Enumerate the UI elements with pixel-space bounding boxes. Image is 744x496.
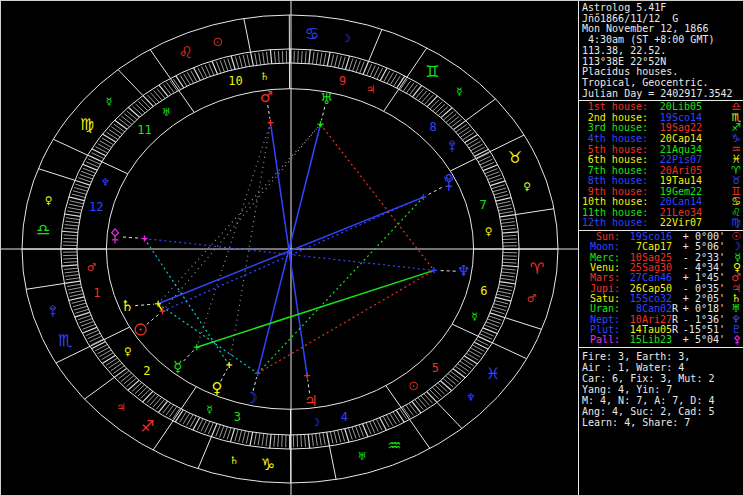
degree-tick bbox=[359, 425, 364, 437]
degree-tick bbox=[502, 265, 518, 266]
degree-tick bbox=[282, 435, 283, 447]
degree-tick bbox=[412, 402, 421, 414]
house-number-12: 12 bbox=[89, 200, 103, 214]
degree-tick bbox=[65, 221, 79, 223]
degree-tick bbox=[449, 117, 459, 125]
degree-tick bbox=[427, 392, 437, 403]
house-ruler-glyph-uranus: ♅ bbox=[162, 106, 171, 118]
degree-tick bbox=[223, 427, 227, 439]
degree-tick bbox=[115, 120, 127, 129]
degree-tick bbox=[64, 235, 78, 236]
sign-boundary-line bbox=[26, 283, 64, 289]
degree-tick bbox=[65, 225, 79, 227]
degree-tick bbox=[438, 383, 448, 392]
degree-tick bbox=[62, 265, 78, 266]
retrograde-flag: R bbox=[672, 325, 679, 335]
degree-tick bbox=[464, 356, 477, 364]
degree-tick bbox=[68, 287, 82, 290]
degree-tick bbox=[316, 52, 318, 64]
zodiac-sign-glyph-taurus: ♉ bbox=[508, 148, 522, 167]
planet-glyph-saturn: ♄ bbox=[120, 297, 133, 315]
degree-tick bbox=[79, 318, 92, 323]
degree-tick bbox=[492, 185, 505, 189]
degree-tick bbox=[114, 368, 126, 377]
house-ruler-glyph-moon: ☽ bbox=[311, 416, 320, 428]
degree-tick bbox=[465, 134, 478, 142]
degree-tick bbox=[458, 364, 469, 372]
aspect-line-mercury-neptune bbox=[197, 270, 434, 347]
house-number-5: 5 bbox=[432, 361, 439, 375]
house-number-2: 2 bbox=[143, 364, 150, 378]
degree-tick bbox=[74, 306, 87, 310]
degree-tick bbox=[500, 278, 514, 280]
degree-tick bbox=[403, 81, 410, 91]
degree-tick bbox=[324, 53, 326, 65]
house-number-7: 7 bbox=[480, 198, 487, 212]
degree-tick bbox=[424, 394, 433, 403]
degree-tick bbox=[380, 418, 387, 431]
degree-tick bbox=[502, 225, 516, 226]
natal-chart-wheel: ♈♂♉♀♊☿♋☽♌♍☿♎♀♏♐♃♑♄♒♅♓♆1♂2♀3☿4☽56☿7♀89♃10… bbox=[1, 1, 578, 496]
degree-tick bbox=[501, 275, 515, 277]
degree-tick bbox=[440, 381, 451, 391]
degree-tick bbox=[500, 282, 516, 284]
stats-line-6: Ang: 4, Suc: 2, Cad: 5 bbox=[582, 406, 744, 417]
degree-tick bbox=[278, 51, 279, 63]
degree-tick bbox=[75, 184, 88, 188]
degree-tick bbox=[209, 64, 214, 75]
zodiac-sign-glyph-aries: ♈ bbox=[530, 259, 544, 278]
sign-ruler-glyph-mars: ♂ bbox=[527, 292, 536, 304]
degree-tick bbox=[250, 432, 253, 446]
degree-tick bbox=[208, 423, 213, 434]
degree-tick bbox=[345, 56, 349, 70]
degree-tick bbox=[169, 407, 176, 417]
degree-tick bbox=[406, 83, 414, 93]
sign-boundary-line bbox=[118, 70, 143, 96]
sign-boundary-line bbox=[244, 18, 251, 51]
degree-tick bbox=[263, 52, 265, 64]
degree-tick bbox=[166, 405, 174, 415]
degree-tick bbox=[176, 76, 184, 88]
stats-line-1: Fire: 3, Earth: 3, bbox=[582, 351, 744, 362]
house-number-6: 6 bbox=[480, 284, 487, 298]
degree-tick bbox=[109, 361, 120, 368]
house-ruler-glyph-saturn: ♄ bbox=[260, 70, 269, 82]
degree-tick bbox=[147, 95, 156, 104]
degree-tick bbox=[460, 361, 471, 368]
sign-boundary-line bbox=[369, 29, 382, 61]
astrolog-window[interactable]: ♈♂♉♀♊☿♋☽♌♍☿♎♀♏♐♃♑♄♒♅♓♆1♂2♀3☿4☽56☿7♀89♃10… bbox=[0, 0, 744, 496]
house-number-11: 11 bbox=[137, 123, 151, 137]
degree-tick bbox=[100, 141, 112, 148]
degree-tick bbox=[396, 410, 404, 422]
degree-tick bbox=[338, 56, 341, 68]
degree-tick bbox=[494, 304, 507, 308]
degree-tick bbox=[469, 351, 481, 358]
degree-tick bbox=[438, 107, 448, 116]
aspect-line-venus-mars bbox=[229, 123, 270, 365]
degree-tick bbox=[64, 268, 78, 269]
degree-tick bbox=[64, 214, 80, 216]
degree-tick bbox=[305, 51, 306, 63]
house-ruler-glyph-sun bbox=[410, 382, 418, 390]
degree-tick bbox=[488, 175, 501, 180]
degree-tick bbox=[380, 68, 387, 81]
degree-tick bbox=[309, 50, 310, 64]
degree-tick bbox=[436, 104, 446, 113]
degree-tick bbox=[64, 262, 78, 263]
degree-tick bbox=[409, 403, 417, 413]
degree-tick bbox=[503, 239, 517, 240]
degree-tick bbox=[305, 435, 306, 447]
degree-tick bbox=[65, 275, 79, 277]
degree-tick bbox=[235, 57, 238, 69]
degree-tick bbox=[460, 130, 471, 137]
degree-tick bbox=[503, 259, 517, 260]
house-cusp-value: 20Cap14 bbox=[654, 134, 702, 145]
degree-tick bbox=[106, 358, 117, 365]
degree-tick bbox=[341, 430, 344, 442]
house-number-9: 9 bbox=[339, 74, 346, 88]
degree-tick bbox=[323, 433, 325, 445]
degree-tick bbox=[259, 53, 261, 65]
degree-tick bbox=[483, 328, 498, 334]
degree-tick bbox=[158, 401, 167, 412]
zodiac-sign-glyph-gemini: ♊ bbox=[425, 62, 439, 81]
